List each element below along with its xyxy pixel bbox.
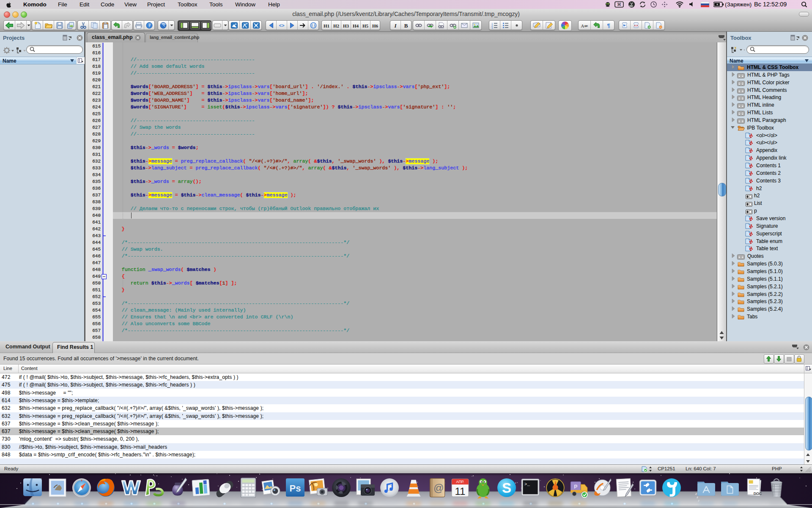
svg-text:?: ?: [148, 23, 151, 28]
svg-text:>_: >_: [524, 482, 530, 487]
svg-text:АПР.: АПР.: [456, 480, 464, 484]
svg-text:P: P: [574, 484, 577, 490]
svg-text:<>: <>: [634, 24, 638, 28]
svg-text:@: @: [433, 482, 444, 494]
svg-text:Ps: Ps: [290, 483, 301, 494]
svg-text:11: 11: [455, 486, 465, 497]
svg-text:⌘: ⌘: [617, 2, 621, 7]
svg-text:3: 3: [491, 27, 493, 29]
svg-text:S: S: [502, 480, 511, 496]
svg-text:DOC: DOC: [754, 491, 762, 496]
